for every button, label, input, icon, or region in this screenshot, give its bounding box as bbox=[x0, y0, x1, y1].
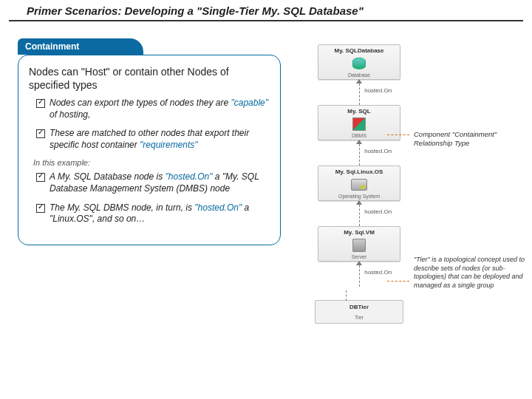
edge-label: hosted.On bbox=[364, 148, 392, 154]
requirements-term: "requirements" bbox=[140, 140, 198, 150]
dbms-icon bbox=[349, 117, 369, 132]
node-subtype: Tier bbox=[317, 315, 401, 320]
section-tab-containment: Containment bbox=[18, 38, 143, 55]
node-server: My. Sql.VM Server bbox=[318, 226, 400, 262]
containment-diagram: My. SQLDatabase Database hosted.On My. S… bbox=[293, 44, 426, 324]
edge-hostedon: hosted.On bbox=[293, 201, 426, 226]
node-subtype: Operating System bbox=[320, 194, 398, 199]
server-icon bbox=[349, 238, 369, 253]
info-panel: Nodes can "Host" or contain other Nodes … bbox=[18, 55, 281, 245]
node-name: DBTier bbox=[317, 304, 401, 310]
edge-label: hosted.On bbox=[364, 87, 392, 94]
hostedon-term: "hosted.On" bbox=[166, 171, 213, 182]
example-subhead: In this example: bbox=[33, 158, 270, 167]
bullet-capable: Nodes can export the types of nodes they… bbox=[39, 98, 270, 120]
example-db-hostedon: A My. SQL Database node is "hosted.On" a… bbox=[39, 171, 270, 194]
hostedon-term: "hosted.On" bbox=[194, 202, 242, 213]
node-tier: DBTier Tier bbox=[315, 300, 403, 324]
example-bullets: A My. SQL Database node is "hosted.On" a… bbox=[29, 171, 270, 225]
text: Nodes can export the types of nodes they… bbox=[50, 98, 231, 108]
bullet-requirements: These are matched to other nodes that ex… bbox=[39, 128, 270, 151]
text: A My. SQL Database node is bbox=[50, 171, 166, 182]
text: of hosting, bbox=[50, 109, 90, 120]
text: The My. SQL DBMS node, in turn, is bbox=[50, 202, 194, 213]
capable-term: "capable" bbox=[231, 98, 268, 108]
edge-label: hosted.On bbox=[364, 208, 392, 215]
page-title: Primer Scenarios: Developing a "Single-T… bbox=[9, 0, 523, 21]
os-icon bbox=[349, 177, 369, 192]
node-name: My. Sql.Linux.OS bbox=[320, 169, 398, 175]
edge-hostedon: hosted.On bbox=[293, 262, 426, 287]
database-icon bbox=[349, 56, 369, 71]
edge-hostedon: hosted.On bbox=[293, 140, 426, 166]
callout-containment-type: Component "Containment" Relationship Typ… bbox=[414, 130, 523, 148]
panel-bullets: Nodes can export the types of nodes they… bbox=[29, 98, 270, 151]
callout-tier-definition: "Tier" is a topological concept used to … bbox=[414, 256, 526, 290]
panel-lead: Nodes can "Host" or contain other Nodes … bbox=[29, 66, 270, 92]
node-database: My. SQLDatabase Database bbox=[318, 44, 400, 80]
node-subtype: Database bbox=[320, 72, 398, 78]
edge-label: hosted.On bbox=[364, 269, 392, 276]
node-name: My. Sql.VM bbox=[320, 230, 398, 236]
node-name: My. SQL bbox=[320, 109, 398, 115]
edge-hostedon: hosted.On bbox=[293, 80, 426, 105]
example-dbms-hostedon: The My. SQL DBMS node, in turn, is "host… bbox=[39, 202, 270, 225]
node-os: My. Sql.Linux.OS Operating System bbox=[318, 166, 400, 201]
node-name: My. SQLDatabase bbox=[320, 48, 398, 54]
node-subtype: Server bbox=[320, 254, 398, 259]
